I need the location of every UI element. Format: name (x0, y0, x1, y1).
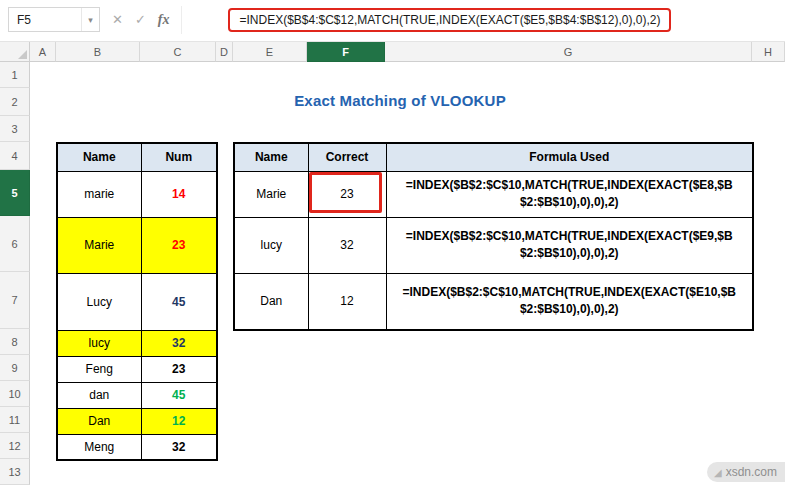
cell-name[interactable]: Lucy (57, 273, 141, 330)
column-header-h[interactable]: H (752, 42, 785, 62)
cell-name[interactable]: Dan (234, 273, 308, 330)
watermark-logo-icon: ◢ (714, 467, 722, 478)
table-header-row: Name Correct Formula Used (234, 143, 753, 171)
column-header-g[interactable]: G (385, 42, 752, 62)
spreadsheet: A B C D E F G H 1 2 3 4 5 6 7 8 9 10 11 … (0, 42, 785, 485)
cell-name[interactable]: Marie (57, 217, 141, 273)
row-header-12[interactable]: 12 (0, 433, 30, 459)
name-box-value: F5 (9, 13, 81, 27)
formula-text: =INDEX($B$4:$C$12,MATCH(TRUE,INDEX(EXACT… (239, 13, 660, 27)
row-header-11[interactable]: 11 (0, 407, 30, 433)
cell-formula[interactable]: =INDEX($B$2:$C$10,MATCH(TRUE,INDEX(EXACT… (386, 217, 753, 273)
column-header-d[interactable]: D (216, 42, 233, 62)
row-header-2[interactable]: 2 (0, 88, 30, 116)
cell-name[interactable]: Feng (57, 356, 141, 382)
column-header-f-selected[interactable]: F (307, 42, 385, 62)
cell-name[interactable]: lucy (57, 330, 141, 356)
right-header-name[interactable]: Name (234, 143, 308, 171)
cell-num[interactable]: 45 (141, 382, 217, 408)
row-header-7[interactable]: 7 (0, 272, 30, 329)
name-num-table: Name Num marie 14 Marie 23 Lucy 45 lucy … (56, 142, 218, 461)
left-header-num[interactable]: Num (141, 143, 217, 171)
name-box[interactable]: F5 ▾ (8, 7, 100, 32)
cell-name[interactable]: marie (57, 171, 141, 217)
select-all-corner[interactable] (0, 42, 30, 62)
table-row: Marie 23 (57, 217, 217, 273)
cell-num[interactable]: 45 (141, 273, 217, 330)
cell-formula[interactable]: =INDEX($B$2:$C$10,MATCH(TRUE,INDEX(EXACT… (386, 171, 753, 217)
right-header-correct[interactable]: Correct (308, 143, 386, 171)
cell-correct[interactable]: 12 (308, 273, 386, 330)
formula-annotation-box: =INDEX($B$4:$C$12,MATCH(TRUE,INDEX(EXACT… (228, 8, 671, 32)
watermark: ◢ xsdn.com (707, 462, 785, 482)
vlookup-result-table: Name Correct Formula Used Marie 23 =INDE… (233, 142, 754, 331)
table-row: marie 14 (57, 171, 217, 217)
cell-num[interactable]: 32 (141, 434, 217, 460)
cell-num[interactable]: 12 (141, 408, 217, 434)
table-row: Dan 12 =INDEX($B$2:$C$10,MATCH(TRUE,INDE… (234, 273, 753, 330)
table-row: lucy 32 =INDEX($B$2:$C$10,MATCH(TRUE,IND… (234, 217, 753, 273)
cell-num[interactable]: 14 (141, 171, 217, 217)
row-header-10[interactable]: 10 (0, 381, 30, 407)
cell-name[interactable]: lucy (234, 217, 308, 273)
table-row: Lucy 45 (57, 273, 217, 330)
sheet-title[interactable]: Exact Matching of VLOOKUP (130, 92, 670, 109)
table-row: Meng 32 (57, 434, 217, 460)
row-header-13[interactable]: 13 (0, 459, 30, 485)
formula-bar-input[interactable]: =INDEX($B$4:$C$12,MATCH(TRUE,INDEX(EXACT… (181, 6, 777, 34)
column-header-a[interactable]: A (30, 42, 56, 62)
cell-num[interactable]: 32 (141, 330, 217, 356)
column-header-c[interactable]: C (140, 42, 216, 62)
enter-icon[interactable]: ✓ (135, 12, 146, 27)
cell-name[interactable]: Meng (57, 434, 141, 460)
formula-bar-buttons: ✕ ✓ fx (100, 12, 181, 28)
cell-num[interactable]: 23 (141, 356, 217, 382)
row-header-3[interactable]: 3 (0, 116, 30, 142)
row-header-9[interactable]: 9 (0, 355, 30, 381)
formula-toolbar: F5 ▾ ✕ ✓ fx =INDEX($B$4:$C$12,MATCH(TRUE… (0, 0, 785, 42)
watermark-text: xsdn.com (726, 465, 777, 479)
cell-name[interactable]: Dan (57, 408, 141, 434)
cell-num[interactable]: 23 (141, 217, 217, 273)
right-header-formula[interactable]: Formula Used (386, 143, 753, 171)
insert-function-icon[interactable]: fx (158, 12, 170, 28)
cell-correct[interactable]: 32 (308, 217, 386, 273)
row-header-6[interactable]: 6 (0, 216, 30, 272)
table-header-row: Name Num (57, 143, 217, 171)
left-header-name[interactable]: Name (57, 143, 141, 171)
cell-correct-selected[interactable]: 23 (308, 171, 386, 217)
table-row: Marie 23 =INDEX($B$2:$C$10,MATCH(TRUE,IN… (234, 171, 753, 217)
column-header-e[interactable]: E (233, 42, 307, 62)
table-row: dan 45 (57, 382, 217, 408)
row-header-5-selected[interactable]: 5 (0, 170, 30, 216)
row-header-4[interactable]: 4 (0, 142, 30, 170)
column-header-b[interactable]: B (56, 42, 140, 62)
table-row: Feng 23 (57, 356, 217, 382)
cell-name[interactable]: dan (57, 382, 141, 408)
name-box-dropdown-icon[interactable]: ▾ (81, 8, 99, 31)
cell-formula[interactable]: =INDEX($B$2:$C$10,MATCH(TRUE,INDEX(EXACT… (386, 273, 753, 330)
table-row: lucy 32 (57, 330, 217, 356)
cancel-icon[interactable]: ✕ (112, 12, 123, 27)
row-header-1[interactable]: 1 (0, 62, 30, 88)
row-header-8[interactable]: 8 (0, 329, 30, 355)
cell-name[interactable]: Marie (234, 171, 308, 217)
table-row: Dan 12 (57, 408, 217, 434)
